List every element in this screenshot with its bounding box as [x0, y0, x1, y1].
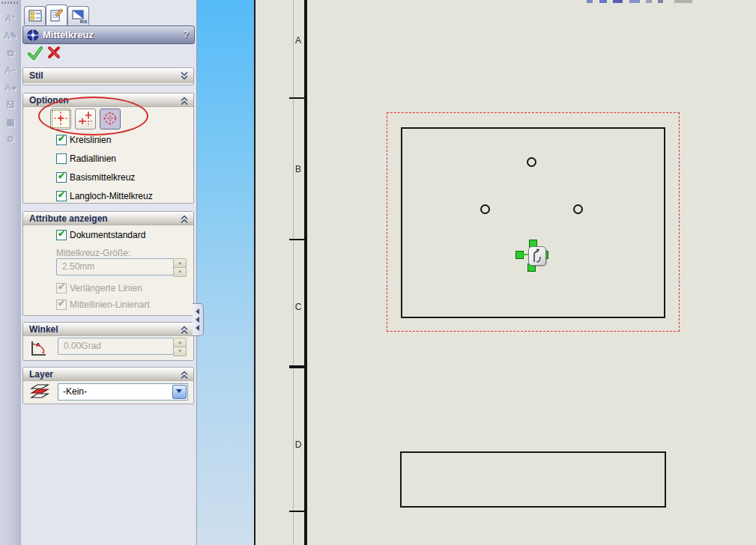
chevron-up-icon [179, 325, 190, 335]
datum-tool-icon: A⌐ [2, 63, 19, 78]
left-arrow-icon [196, 308, 199, 314]
angle-spinner: ▲ ▼ [173, 338, 185, 355]
size-input: 2.50mm [56, 258, 174, 275]
layer-select[interactable]: -Kein- [58, 383, 188, 401]
kreislinien-checkbox[interactable]: ✔ [56, 135, 67, 145]
langloch-mittelkreuz-label: Langloch-Mittelkreuz [70, 191, 153, 201]
zone-margin-line [293, 0, 294, 545]
chevron-down-icon [179, 70, 190, 81]
chevron-down-icon [176, 389, 182, 393]
clipped-toolbar-fragment [587, 0, 593, 3]
zone-letter-d: D [292, 439, 304, 450]
hole-circle-top[interactable] [527, 157, 536, 167]
chevron-up-icon [179, 214, 190, 225]
hole-circle-left[interactable] [480, 204, 490, 214]
dokumentstandard-label: Dokumentstandard [70, 230, 145, 240]
group-attribute-anzeigen: Attribute anzeigen ✔ Dokumentstandard Mi… [22, 211, 194, 316]
group-layer: Layer -Kein- [22, 367, 194, 404]
part-outline-rect[interactable] [401, 127, 665, 318]
size-label: Mittelkreuz-Größe: [56, 248, 130, 258]
cancel-button[interactable] [46, 45, 63, 61]
chevron-up-icon [179, 96, 190, 106]
propertymanager-header: Mittelkreuz ? [22, 25, 195, 44]
weld-symbol-tool-icon: ⚙ [2, 132, 19, 147]
basismittelkreuz-label: Basismittelkreuz [70, 172, 135, 183]
clipped-toolbar-fragment [674, 0, 692, 3]
linear-center-mark-button[interactable] [75, 109, 96, 130]
radiallinien-label: Radiallinien [70, 153, 116, 164]
group-stil-header[interactable]: Stil [23, 68, 193, 83]
group-stil-title: Stil [29, 70, 43, 81]
size-spinner: ▲ ▼ [173, 258, 185, 275]
left-arrow-icon [196, 317, 199, 323]
clipped-toolbar-fragment [658, 0, 663, 3]
circular-center-mark-button[interactable] [100, 109, 121, 130]
verlaengerte-linien-checkbox: ✔ [56, 283, 67, 293]
layers-icon [29, 383, 50, 401]
hole-circle-right[interactable] [573, 204, 583, 214]
kreislinien-label: Kreislinien [70, 135, 111, 145]
left-arrow-icon [196, 325, 199, 331]
zone-tick [289, 97, 306, 99]
panel-title: Mittelkreuz [43, 29, 94, 40]
help-button[interactable]: ? [183, 28, 189, 40]
group-optionen-title: Optionen [29, 95, 69, 106]
single-center-mark-button[interactable] [50, 109, 71, 130]
zone-tick [289, 365, 306, 368]
group-layer-header[interactable]: Layer [23, 368, 193, 381]
group-optionen: Optionen [22, 93, 194, 204]
group-winkel-title: Winkel [29, 324, 58, 335]
group-layer-title: Layer [29, 369, 53, 380]
balloon-tool-icon: A● [2, 80, 19, 95]
mittellinien-linienart-checkbox: ✔ [56, 299, 67, 310]
combo-dropdown-button[interactable] [172, 385, 187, 399]
group-attribute-header[interactable]: Attribute anzeigen [23, 212, 193, 225]
ok-button[interactable] [27, 45, 43, 61]
clipped-toolbar-fragment [599, 0, 607, 3]
sap-r3-icon-label: R/3 [80, 19, 87, 24]
group-winkel-header[interactable]: Winkel [23, 323, 193, 336]
zone-tick [289, 511, 306, 512]
layer-select-value: -Kein- [63, 386, 87, 397]
zone-letter-c: C [292, 302, 304, 312]
lower-part-outline-rect[interactable] [400, 451, 666, 508]
format-painter-tool-icon: ⧉ [2, 46, 19, 61]
save-annotation-tool-icon: 🖫 [2, 97, 19, 112]
radiallinien-checkbox[interactable] [56, 153, 67, 164]
angle-input: 0.00Grad [58, 338, 174, 355]
area-hatch-tool-icon: ▦ [2, 115, 19, 130]
property-manager-panel: R/3 Mittelkreuz ? [21, 0, 197, 545]
clipped-toolbar-fragment [629, 0, 640, 3]
toolbar-grip[interactable] [1, 1, 19, 4]
tab-sap-r3[interactable]: R/3 [67, 6, 89, 25]
center-mark-feature-icon [26, 28, 40, 42]
basismittelkreuz-checkbox[interactable]: ✔ [56, 172, 67, 183]
annotation-toolbar: A⁺ A✎ ⧉ A⌐ A● 🖫 ▦ ⚙ [0, 0, 22, 545]
chevron-up-icon [179, 370, 190, 380]
spin-down-icon: ▼ [173, 347, 187, 356]
clipped-toolbar-fragment [613, 0, 623, 3]
group-winkel: Winkel A 0.00Grad ▲ ▼ [22, 322, 194, 361]
langloch-mittelkreuz-checkbox[interactable]: ✔ [56, 191, 67, 201]
clipped-toolbar-fragment [646, 0, 652, 3]
tab-featuremanager-tree[interactable] [24, 6, 46, 25]
panel-collapse-tab[interactable] [193, 303, 204, 336]
dokumentstandard-checkbox[interactable]: ✔ [56, 230, 67, 240]
group-stil: Stil [22, 67, 194, 85]
spin-down-icon: ▼ [173, 267, 187, 277]
spellcheck-tool-icon: A✎ [2, 28, 19, 43]
verlaengerte-linien-label: Verlängerte Linien [70, 283, 142, 293]
center-mark-cursor-icon [528, 246, 546, 266]
group-attribute-title: Attribute anzeigen [29, 213, 108, 224]
angle-icon: A [29, 339, 47, 357]
sheet-border-line [304, 0, 307, 545]
note-tool-icon: A⁺ [2, 11, 19, 26]
mittellinien-linienart-label: Mittellinien-Linienart [70, 299, 150, 310]
zone-letter-b: B [292, 164, 304, 174]
application-window: A B C D A⁺ A✎ ⧉ A⌐ A● 🖫 ▦ ⚙ [0, 0, 756, 545]
tab-propertymanager[interactable] [46, 4, 67, 25]
group-optionen-header[interactable]: Optionen [23, 94, 193, 107]
zone-letter-a: A [292, 35, 304, 46]
zone-tick [289, 239, 306, 240]
